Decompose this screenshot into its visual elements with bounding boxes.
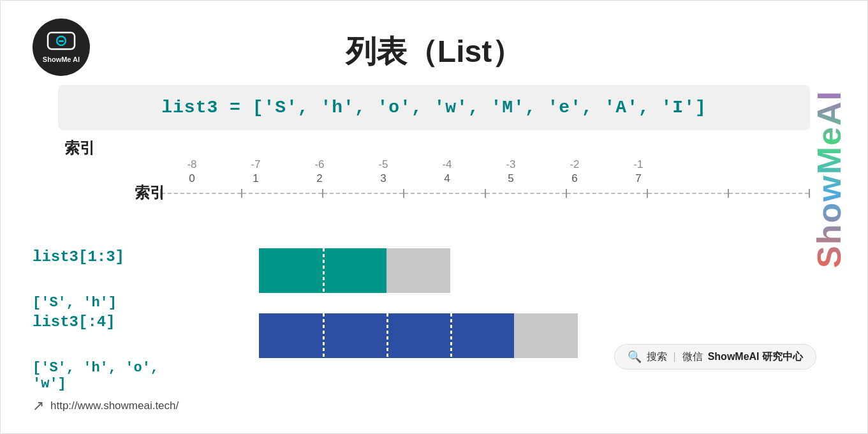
search-icon: 🔍	[628, 350, 642, 364]
neg-idx-3: -5	[351, 158, 415, 171]
slice2-label1: list3[:4]	[33, 313, 186, 331]
search-badge: 🔍 搜索 | 微信 ShowMeAI 研究中心	[614, 344, 817, 370]
code-block: list3 = ['S', 'h', 'o', 'w', 'M', 'e', '…	[58, 85, 810, 130]
pos-idx-5: 5	[479, 172, 543, 185]
logo-icon	[47, 31, 76, 53]
pos-idx-1: 1	[224, 172, 288, 185]
index-dashed-line	[160, 189, 810, 198]
slice2-labels: list3[:4] ['S', 'h', 'o', 'w']	[33, 313, 186, 392]
search-bold: ShowMeAI 研究中心	[708, 350, 803, 364]
search-divider: |	[673, 351, 676, 363]
pos-idx-6: 6	[543, 172, 607, 185]
slice1-container: list3[1:3] ['S', 'h']	[33, 248, 450, 311]
slice2-gray-bar	[514, 313, 578, 358]
dash-7	[729, 193, 809, 194]
logo: ShowMe AI	[33, 19, 90, 76]
dash-4	[486, 193, 566, 194]
pos-idx-2: 2	[288, 172, 351, 185]
svg-rect-2	[59, 40, 64, 42]
dash-1	[242, 193, 322, 194]
slice2-bars	[259, 313, 578, 358]
footer-link: ↗ http://www.showmeai.tech/	[33, 398, 179, 414]
page-title: 列表（List）	[26, 13, 842, 85]
dash-0	[161, 193, 241, 194]
dash-6	[648, 193, 728, 194]
footer-url: http://www.showmeai.tech/	[50, 400, 179, 412]
neg-idx-0: -8	[160, 158, 224, 171]
slice2-container: list3[:4] ['S', 'h', 'o', 'w']	[33, 313, 578, 392]
code-text: list3 = ['S', 'h', 'o', 'w', 'M', 'e', '…	[161, 98, 707, 117]
pos-idx-7: 7	[607, 172, 670, 185]
dash-5	[567, 193, 647, 194]
slice1-labels: list3[1:3] ['S', 'h']	[33, 248, 186, 311]
pos-idx-4: 4	[415, 172, 479, 185]
page-wrapper: ShowMe AI 列表（List） list3 = ['S', 'h', 'o…	[0, 0, 868, 434]
slice2-divider2	[386, 313, 388, 358]
slice2-divider3	[450, 313, 452, 358]
index-visual: 索引 -8 -7 -6 -5 -4 -3 -2 -1 0 1 2 3 4 5 6…	[58, 138, 810, 198]
dash-3	[404, 193, 484, 194]
positive-indices-row: 0 1 2 3 4 5 6 7	[160, 172, 810, 185]
slice1-divider	[323, 248, 325, 293]
negative-indices-row: -8 -7 -6 -5 -4 -3 -2 -1	[160, 158, 810, 171]
neg-idx-5: -3	[479, 158, 543, 171]
slice2-blue-bar	[259, 313, 514, 358]
slice1-label1: list3[1:3]	[33, 248, 186, 266]
pos-idx-3: 3	[351, 172, 415, 185]
search-text2: 微信	[682, 350, 703, 364]
search-text1: 搜索	[647, 350, 667, 364]
pos-idx-0: 0	[160, 172, 224, 185]
cursor-icon: ↗	[33, 398, 44, 414]
slice1-bars	[259, 248, 450, 293]
slice1-teal-bar	[259, 248, 386, 293]
neg-idx-6: -2	[543, 158, 607, 171]
index-label-text: 索引	[135, 183, 165, 203]
logo-text: ShowMe AI	[43, 56, 80, 63]
neg-idx-2: -6	[288, 158, 351, 171]
neg-idx-7: -1	[607, 158, 670, 171]
slice2-divider1	[323, 313, 325, 358]
watermark: ShowMeAI	[810, 90, 848, 268]
dash-2	[323, 193, 403, 194]
neg-idx-4: -4	[415, 158, 479, 171]
slice2-label2: ['S', 'h', 'o', 'w']	[33, 360, 186, 392]
slice1-gray-bar	[386, 248, 450, 293]
slice1-label2: ['S', 'h']	[33, 295, 186, 311]
neg-idx-1: -7	[224, 158, 288, 171]
